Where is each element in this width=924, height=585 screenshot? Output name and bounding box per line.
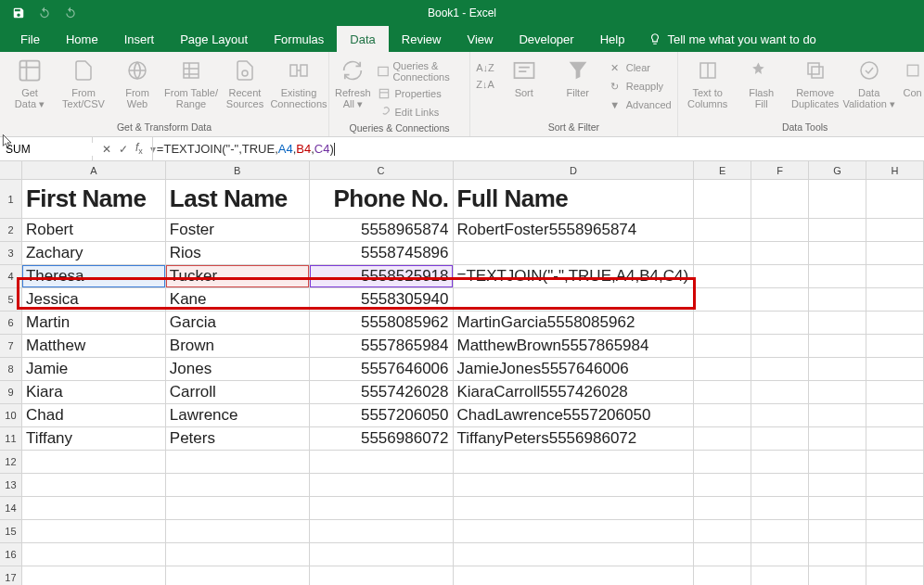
cell-A16[interactable] xyxy=(22,543,166,566)
cell-A15[interactable] xyxy=(22,520,166,543)
cell[interactable] xyxy=(809,474,866,497)
col-header-E[interactable]: E xyxy=(694,161,751,180)
cell-D6[interactable]: MartinGarcia5558085962 xyxy=(454,312,695,335)
cell[interactable] xyxy=(809,497,866,520)
cell[interactable] xyxy=(866,335,924,358)
cell-A14[interactable] xyxy=(22,497,166,520)
cell-B8[interactable]: Jones xyxy=(166,358,310,381)
consolidate-button[interactable]: Con xyxy=(899,56,924,98)
cell-A1[interactable]: First Name xyxy=(22,180,166,219)
cell-C3[interactable]: 5558745896 xyxy=(310,242,454,265)
cell[interactable] xyxy=(694,566,751,585)
cell-C6[interactable]: 5558085962 xyxy=(310,312,454,335)
row-header[interactable]: 16 xyxy=(0,543,22,566)
cell-D12[interactable] xyxy=(454,451,695,474)
from-text-csv-button[interactable]: From Text/CSV xyxy=(59,56,108,109)
cell-D13[interactable] xyxy=(454,474,695,497)
cell[interactable] xyxy=(866,474,924,497)
cell[interactable] xyxy=(694,427,751,451)
cell[interactable] xyxy=(866,288,924,312)
cell[interactable] xyxy=(694,335,751,358)
cell-B10[interactable]: Lawrence xyxy=(166,404,310,427)
cell[interactable] xyxy=(866,427,924,451)
row-header[interactable]: 4 xyxy=(0,265,22,288)
get-data-button[interactable]: Get Data ▾ xyxy=(6,56,54,109)
row-header[interactable]: 17 xyxy=(0,566,22,585)
cell[interactable] xyxy=(809,180,866,219)
col-header-B[interactable]: B xyxy=(166,161,310,180)
cell-A17[interactable] xyxy=(22,566,166,585)
tab-help[interactable]: Help xyxy=(587,26,638,52)
col-header-A[interactable]: A xyxy=(22,161,166,180)
cell-A12[interactable] xyxy=(22,451,166,474)
cell[interactable] xyxy=(694,219,751,242)
cell[interactable] xyxy=(809,566,866,585)
row-header[interactable]: 10 xyxy=(0,404,22,427)
text-to-columns-button[interactable]: Text to Columns xyxy=(684,56,732,109)
cell-D7[interactable]: MatthewBrown5557865984 xyxy=(454,335,695,358)
tab-view[interactable]: View xyxy=(454,26,506,52)
cell[interactable] xyxy=(866,520,924,543)
cell-C12[interactable] xyxy=(310,451,454,474)
col-header-F[interactable]: F xyxy=(751,161,809,180)
filter-button[interactable]: Filter xyxy=(554,56,602,98)
recent-sources-button[interactable]: Recent Sources xyxy=(221,56,269,109)
cell-A11[interactable]: Tiffany xyxy=(22,427,166,451)
cell[interactable] xyxy=(694,543,751,566)
cell-A10[interactable]: Chad xyxy=(22,404,166,427)
select-all-corner[interactable] xyxy=(0,161,22,180)
redo-icon[interactable] xyxy=(61,4,80,22)
cell[interactable] xyxy=(694,358,751,381)
cell[interactable] xyxy=(866,497,924,520)
cell[interactable] xyxy=(694,288,751,312)
cell-B15[interactable] xyxy=(166,520,310,543)
row-header[interactable]: 15 xyxy=(0,520,22,543)
cell-D9[interactable]: KiaraCarroll5557426028 xyxy=(454,381,695,404)
row-header[interactable]: 7 xyxy=(0,335,22,358)
cell[interactable] xyxy=(866,543,924,566)
cell[interactable] xyxy=(809,381,866,404)
cell[interactable] xyxy=(751,427,809,451)
cell-B2[interactable]: Foster xyxy=(166,219,310,242)
tab-home[interactable]: Home xyxy=(53,26,111,52)
enter-formula-icon[interactable]: ✓ xyxy=(119,143,128,156)
cell[interactable] xyxy=(694,381,751,404)
cell-B16[interactable] xyxy=(166,543,310,566)
cell[interactable] xyxy=(866,180,924,219)
cell[interactable] xyxy=(751,474,809,497)
cell[interactable] xyxy=(694,474,751,497)
cell[interactable] xyxy=(751,566,809,585)
row-header[interactable]: 3 xyxy=(0,242,22,265)
cell-D16[interactable] xyxy=(454,543,695,566)
save-icon[interactable] xyxy=(9,4,28,22)
cell[interactable] xyxy=(694,242,751,265)
cell[interactable] xyxy=(751,288,809,312)
cell-B4[interactable]: Tucker xyxy=(166,265,310,288)
cell[interactable] xyxy=(751,265,809,288)
cell[interactable] xyxy=(694,180,751,219)
cell[interactable] xyxy=(809,451,866,474)
cell-B9[interactable]: Carroll xyxy=(166,381,310,404)
cell[interactable] xyxy=(809,427,866,451)
cell-C9[interactable]: 5557426028 xyxy=(310,381,454,404)
cell[interactable] xyxy=(866,404,924,427)
cell[interactable] xyxy=(809,520,866,543)
tab-file[interactable]: File xyxy=(7,26,53,52)
cell-C7[interactable]: 5557865984 xyxy=(310,335,454,358)
row-header[interactable]: 8 xyxy=(0,358,22,381)
cell-C5[interactable]: 5558305940 xyxy=(310,288,454,312)
cell-C2[interactable]: 5558965874 xyxy=(310,219,454,242)
cell[interactable] xyxy=(751,358,809,381)
cell[interactable] xyxy=(751,242,809,265)
cell-A5[interactable]: Jessica xyxy=(22,288,166,312)
row-header[interactable]: 12 xyxy=(0,451,22,474)
sort-button[interactable]: Sort xyxy=(500,56,548,98)
cell-D14[interactable] xyxy=(454,497,695,520)
advanced-filter-button[interactable]: ▼Advanced xyxy=(608,96,672,113)
cell-C10[interactable]: 5557206050 xyxy=(310,404,454,427)
cell[interactable] xyxy=(751,404,809,427)
clear-filter-button[interactable]: ✕Clear xyxy=(608,59,672,76)
cell-B17[interactable] xyxy=(166,566,310,585)
cell[interactable] xyxy=(751,520,809,543)
cell-A8[interactable]: Jamie xyxy=(22,358,166,381)
